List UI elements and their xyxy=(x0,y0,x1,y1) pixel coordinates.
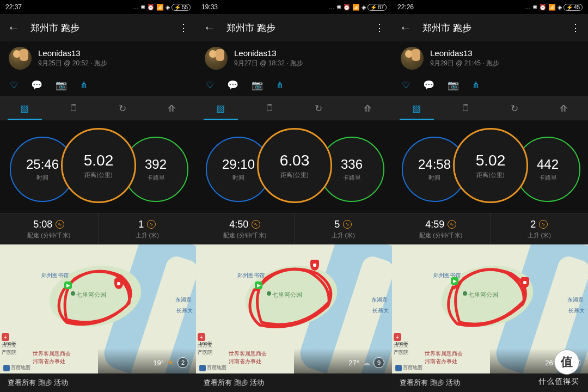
ascent-stat[interactable]: 1∿ 上升 (米) xyxy=(98,213,197,244)
hospital-icon: + xyxy=(198,333,205,341)
end-marker xyxy=(520,277,529,288)
time-label: 时间 xyxy=(36,174,48,182)
share-icon[interactable]: ⋔ xyxy=(80,79,88,91)
view-all-link[interactable]: 查看所有 跑步 活动 xyxy=(196,373,392,392)
wave-icon: ∿ xyxy=(343,220,352,229)
distance-ring[interactable]: 6.03 距离(公里) xyxy=(257,128,332,203)
pace-stat[interactable]: 4:50∿ 配速 (分钟/千米) xyxy=(196,213,294,244)
tabs: ▧ 🗒 ↻ ⟰ xyxy=(0,96,196,120)
comment-icon[interactable]: 💬 xyxy=(227,79,238,91)
donghu-label: 东湖宾 xyxy=(175,296,192,304)
view-all-link[interactable]: 查看所有 跑步 活动 xyxy=(0,373,196,392)
tab-laps[interactable]: ↻ xyxy=(490,97,539,120)
tab-heart[interactable]: ⟰ xyxy=(539,97,588,120)
tab-notes[interactable]: 🗒 xyxy=(245,97,294,120)
end-marker xyxy=(114,278,123,289)
share-icon[interactable]: ⋔ xyxy=(472,79,480,91)
changji-label: 长基大 xyxy=(372,307,389,315)
watermark-text: 什么值得买 xyxy=(538,377,579,387)
comment-icon[interactable]: 💬 xyxy=(423,79,434,91)
activity-subtitle: 9月27日 @ 18:32 · 跑步 xyxy=(234,59,303,68)
time-value: 29:10 xyxy=(222,157,255,172)
ascent-value: 5 xyxy=(334,219,340,230)
camera-icon[interactable]: 📷 xyxy=(252,79,263,91)
distance-value: 5.02 xyxy=(476,152,506,169)
like-icon[interactable]: ♡ xyxy=(402,79,410,91)
distance-ring[interactable]: 5.02 距离(公里) xyxy=(453,128,528,203)
activity-subtitle: 9月25日 @ 20:52 · 跑步 xyxy=(38,59,107,68)
tab-laps[interactable]: ↻ xyxy=(98,97,147,120)
wave-icon: ∿ xyxy=(539,220,548,229)
gps-track xyxy=(246,260,344,330)
comment-icon[interactable]: 💬 xyxy=(31,79,42,91)
alarm-icon: ⏰ xyxy=(147,4,155,11)
calories-label: 卡路里 xyxy=(147,174,165,182)
ascent-label: 上升 (米) xyxy=(528,231,551,240)
calories-value: 336 xyxy=(341,157,363,172)
watermark-icon: 值 xyxy=(554,350,579,375)
wifi-icon: ◈ xyxy=(558,4,562,11)
back-button[interactable]: ← xyxy=(8,21,20,35)
pace-label: 配速 (分钟/千米) xyxy=(223,231,266,240)
more-menu-button[interactable]: ⋮ xyxy=(179,22,188,34)
pace-label: 配速 (分钟/千米) xyxy=(419,231,462,240)
map-scale: 100米 xyxy=(199,340,212,347)
distance-label: 距离(公里) xyxy=(84,171,112,179)
action-bar: ♡ 💬 📷 ⋔ xyxy=(196,75,392,96)
baidu-logo: 🐾百度地图 xyxy=(3,364,30,371)
status-bar: 22:37 … ✱ ⏰ 📶 ◈ ⚡55 xyxy=(0,0,196,14)
username: Leonidas13 xyxy=(38,48,107,58)
distance-value: 6.03 xyxy=(280,152,310,169)
distance-ring[interactable]: 5.02 距离(公里) xyxy=(61,128,136,203)
pace-stat[interactable]: 4:59∿ 配速 (分钟/千米) xyxy=(392,213,490,244)
camera-icon[interactable]: 📷 xyxy=(56,79,67,91)
bluetooth-icon: ✱ xyxy=(336,4,341,11)
share-icon[interactable]: ⋔ xyxy=(276,79,284,91)
username: Leonidas13 xyxy=(430,48,499,58)
action-bar: ♡ 💬 📷 ⋔ xyxy=(0,75,196,96)
user-row[interactable]: Leonidas13 9月27日 @ 18:32 · 跑步 xyxy=(196,41,392,75)
user-row[interactable]: Leonidas13 9月25日 @ 20:52 · 跑步 xyxy=(0,41,196,75)
map[interactable]: 七里河公园 郑州图书馆 东湖宾 长基大 + 州万安产医院 100米 世界客属恳商… xyxy=(0,244,196,373)
like-icon[interactable]: ♡ xyxy=(10,79,18,91)
map[interactable]: 七里河公园 郑州图书馆 东湖宾 长基大 + 州万安产医院 100米 世界客属恳商… xyxy=(196,244,392,373)
ascent-stat[interactable]: 2∿ 上升 (米) xyxy=(490,213,589,244)
tab-stats[interactable]: ▧ xyxy=(196,97,245,120)
back-button[interactable]: ← xyxy=(400,21,412,35)
start-marker: ▶ xyxy=(64,281,72,289)
tab-notes[interactable]: 🗒 xyxy=(441,97,490,120)
screen-1: 22:37 … ✱ ⏰ 📶 ◈ ⚡55 ← 郑州市 跑步 ⋮ Leonidas1… xyxy=(0,0,196,392)
tabs: ▧ 🗒 ↻ ⟰ xyxy=(196,96,392,120)
calories-value: 392 xyxy=(145,157,167,172)
pace-stat[interactable]: 5:08∿ 配速 (分钟/千米) xyxy=(0,213,98,244)
action-bar: ♡ 💬 📷 ⋔ xyxy=(392,75,588,96)
more-menu-button[interactable]: ⋮ xyxy=(571,22,580,34)
more-menu-button[interactable]: ⋮ xyxy=(375,22,384,34)
weather-extra: 2 xyxy=(177,357,188,368)
signal-icon: 📶 xyxy=(156,4,164,11)
gps-track xyxy=(50,260,148,330)
avatar xyxy=(205,47,228,70)
pace-value: 4:59 xyxy=(425,219,444,230)
like-icon[interactable]: ♡ xyxy=(206,79,214,91)
ascent-stat[interactable]: 5∿ 上升 (米) xyxy=(294,213,393,244)
calories-label: 卡路里 xyxy=(343,174,361,182)
tab-heart[interactable]: ⟰ xyxy=(147,97,196,120)
dots-icon: … xyxy=(525,4,531,10)
tab-notes[interactable]: 🗒 xyxy=(49,97,98,120)
status-icons: … ✱ ⏰ 📶 ◈ ⚡55 xyxy=(133,4,191,11)
weather-icon: ☁ xyxy=(363,358,370,367)
tab-stats[interactable]: ▧ xyxy=(0,97,49,120)
back-button[interactable]: ← xyxy=(204,21,216,35)
dots-icon: … xyxy=(329,4,335,10)
camera-icon[interactable]: 📷 xyxy=(448,79,459,91)
status-time: 19:33 xyxy=(201,3,218,11)
pace-value: 4:50 xyxy=(229,219,248,230)
user-row[interactable]: Leonidas13 9月29日 @ 21:45 · 跑步 xyxy=(392,41,588,75)
tab-stats[interactable]: ▧ xyxy=(392,97,441,120)
tab-heart[interactable]: ⟰ xyxy=(343,97,392,120)
signal-icon: 📶 xyxy=(548,4,556,11)
status-time: 22:26 xyxy=(397,3,414,11)
donghu-label: 东湖宾 xyxy=(371,296,388,304)
tab-laps[interactable]: ↻ xyxy=(294,97,343,120)
